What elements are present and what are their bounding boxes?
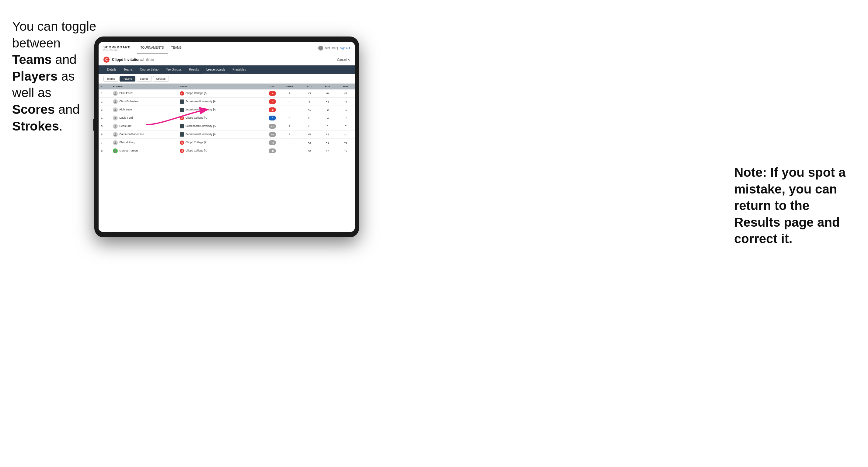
tab-printables[interactable]: Printables xyxy=(229,65,249,74)
team-name: Scoreboard University [A] xyxy=(185,133,216,136)
player-avatar xyxy=(113,132,118,137)
toggle-scores-button[interactable]: Scores xyxy=(136,76,152,82)
cell-team: Scoreboard University [A] xyxy=(177,106,255,114)
user-avatar xyxy=(318,45,323,51)
tab-results[interactable]: Results xyxy=(185,65,203,74)
player-avatar xyxy=(113,91,118,96)
top-nav: SCOREBOARD Powered by clippd TOURNAMENTS… xyxy=(99,42,355,54)
sub-nav: Details Teams Course Setup Tee Groups Re… xyxy=(99,65,355,74)
tab-details[interactable]: Details xyxy=(103,65,120,74)
cell-player: David Ford xyxy=(111,114,177,122)
cell-total: +8 xyxy=(255,139,278,147)
table-row: 2Chris RobertsonScoreboard University [A… xyxy=(99,98,355,106)
user-label: Test User | xyxy=(325,46,338,50)
player-name: Marcus Turners xyxy=(119,149,138,152)
tab-course-setup[interactable]: Course Setup xyxy=(136,65,162,74)
cell-rank: 1 xyxy=(99,89,111,98)
cell-team: Scoreboard University [A] xyxy=(177,122,255,130)
cell-total: +6 xyxy=(255,130,278,139)
team-name: Clippd College [A] xyxy=(185,141,207,144)
cell-rd2: +2 xyxy=(318,130,337,139)
cell-team: CClippd College [A] xyxy=(177,139,255,147)
cell-rd2: E xyxy=(318,122,337,130)
cancel-button[interactable]: Cancel ✕ xyxy=(337,58,350,61)
table-row: 8Marcus TurnersCClippd College [A]+11F+2… xyxy=(99,147,355,155)
toggle-bar: Teams Players Scores Strokes xyxy=(99,74,355,84)
col-header-thru: THRU xyxy=(278,84,300,89)
cell-player: Rich Butler xyxy=(111,106,177,114)
cell-total: -8 xyxy=(255,89,278,98)
cell-team: CClippd College [A] xyxy=(177,147,255,155)
team-icon: C xyxy=(180,141,184,145)
team-icon: C xyxy=(180,116,184,120)
sign-out-link[interactable]: Sign out xyxy=(340,46,350,50)
team-icon xyxy=(180,124,184,128)
col-header-player: PLAYER xyxy=(111,84,177,89)
player-name: Cameron Robertson xyxy=(119,133,144,136)
tab-leaderboards[interactable]: Leaderboards xyxy=(203,65,229,74)
tournament-title-row: C Clippd Invitational (Men) xyxy=(103,57,154,63)
cell-rd2: -2 xyxy=(318,106,337,114)
cell-team: CClippd College [A] xyxy=(177,114,255,122)
nav-link-tournaments[interactable]: TOURNAMENTS xyxy=(136,42,167,54)
svg-point-0 xyxy=(115,92,116,93)
table-row: 5Rees BrittScoreboard University [A]+1F+… xyxy=(99,122,355,130)
col-header-rd3: RD3 xyxy=(337,84,355,89)
player-name: Chris Robertson xyxy=(119,100,139,103)
cell-rd3: E xyxy=(337,122,355,130)
svg-point-2 xyxy=(115,108,116,110)
cell-rank: 3 xyxy=(99,106,111,114)
tablet-screen: SCOREBOARD Powered by clippd TOURNAMENTS… xyxy=(99,42,355,232)
nav-links: TOURNAMENTS TEAMS xyxy=(136,42,318,54)
col-header-rd2: RD2 xyxy=(318,84,337,89)
team-name: Clippd College [A] xyxy=(185,92,207,95)
team-name: Scoreboard University [A] xyxy=(185,108,216,111)
score-badge: +6 xyxy=(269,132,276,137)
cell-rd1: +2 xyxy=(300,139,318,147)
cell-total: E xyxy=(255,114,278,122)
score-badge: +1 xyxy=(269,124,276,129)
cell-team: Scoreboard University [A] xyxy=(177,98,255,106)
right-annotation: Note: If you spot a mistake, you can ret… xyxy=(734,164,850,247)
col-header-rd1: RD1 xyxy=(300,84,318,89)
cell-thru: F xyxy=(278,147,300,155)
col-header-total: TOTAL xyxy=(255,84,278,89)
table-row: 7Blair McHargCClippd College [A]+8F+2+1+… xyxy=(99,139,355,147)
cell-player: Blair McHarg xyxy=(111,139,177,147)
svg-point-1 xyxy=(115,100,116,102)
table-row: 4David FordCClippd College [A]EF+1-4+3 xyxy=(99,114,355,122)
cell-team: Scoreboard University [A] xyxy=(177,130,255,139)
toggle-players-button[interactable]: Players xyxy=(120,76,135,82)
player-name: Blair McHarg xyxy=(119,141,135,144)
team-icon: C xyxy=(180,149,184,153)
player-avatar xyxy=(113,124,118,129)
toggle-strokes-button[interactable]: Strokes xyxy=(153,76,169,82)
nav-right: Test User | Sign out xyxy=(318,45,350,51)
nav-link-teams[interactable]: TEAMS xyxy=(168,42,185,54)
leaderboard-table: # PLAYER TEAM TOTAL THRU RD1 RD2 RD3 1El… xyxy=(99,84,355,232)
cell-player: Chris Robertson xyxy=(111,98,177,106)
cell-rd1: +1 xyxy=(300,114,318,122)
tab-tee-groups[interactable]: Tee Groups xyxy=(162,65,185,74)
logo-sub: Powered by clippd xyxy=(103,49,130,51)
team-icon xyxy=(180,99,184,104)
player-avatar xyxy=(113,149,118,153)
toggle-teams-button[interactable]: Teams xyxy=(103,76,118,82)
player-avatar xyxy=(113,116,118,121)
cell-team: CClippd College [A] xyxy=(177,89,255,98)
cell-thru: F xyxy=(278,139,300,147)
tournament-gender: (Men) xyxy=(146,58,154,61)
players-table: # PLAYER TEAM TOTAL THRU RD1 RD2 RD3 1El… xyxy=(99,84,355,155)
cell-player: Rees Britt xyxy=(111,122,177,130)
scoreboard-logo: SCOREBOARD Powered by clippd xyxy=(103,45,130,51)
cell-rd1: -5 xyxy=(300,98,318,106)
cell-thru: F xyxy=(278,114,300,122)
cell-rd2: +7 xyxy=(318,147,337,155)
left-annotation: You can toggle between Teams and Players… xyxy=(12,18,97,134)
player-avatar xyxy=(113,107,118,112)
cell-rd2: +5 xyxy=(318,98,337,106)
cell-rd3: -1 xyxy=(337,130,355,139)
cell-rd2: -6 xyxy=(318,89,337,98)
tab-teams[interactable]: Teams xyxy=(120,65,136,74)
svg-point-6 xyxy=(115,142,116,143)
